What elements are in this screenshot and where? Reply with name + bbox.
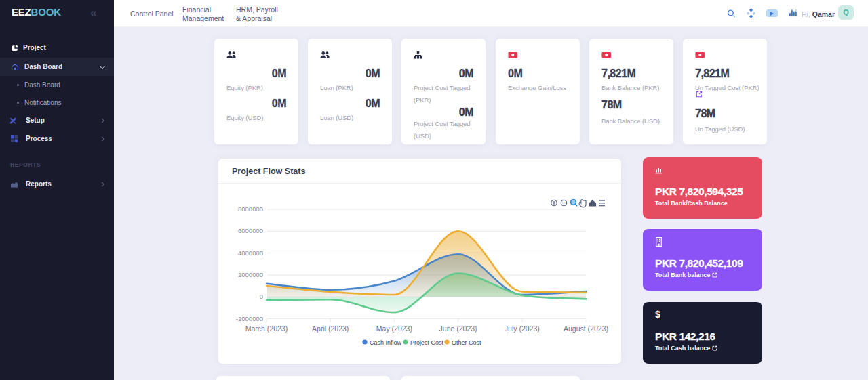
svg-text:Other Cost: Other Cost [452, 339, 481, 346]
svg-text:Cash Inflow: Cash Inflow [370, 339, 402, 346]
svg-text:July (2023): July (2023) [505, 324, 540, 333]
svg-text:April (2023): April (2023) [312, 324, 349, 333]
svg-text:May (2023): May (2023) [376, 324, 412, 333]
svg-text:August (2023): August (2023) [564, 324, 608, 333]
svg-text:6000000: 6000000 [238, 227, 263, 234]
svg-text:4000000: 4000000 [238, 249, 263, 257]
svg-text:8000000: 8000000 [238, 205, 263, 213]
svg-text:2000000: 2000000 [238, 271, 263, 278]
svg-text:Project Cost: Project Cost [410, 339, 444, 346]
svg-text:March (2023): March (2023) [245, 324, 288, 333]
svg-text:-2000000: -2000000 [236, 315, 263, 322]
svg-text:0: 0 [260, 293, 263, 300]
svg-text:June (2023): June (2023) [439, 324, 477, 333]
